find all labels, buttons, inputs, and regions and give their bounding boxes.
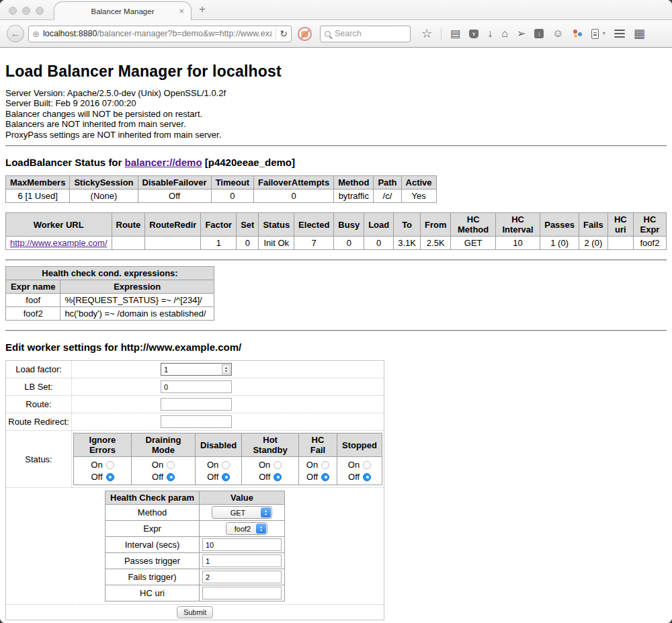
- divider: [5, 330, 667, 331]
- route-redirect-input[interactable]: [161, 415, 232, 428]
- minimize-window-button[interactable]: [22, 7, 30, 15]
- td-cell: Init Ok: [259, 237, 294, 250]
- heading-prefix: LoadBalancer Status for: [5, 157, 125, 168]
- form-row: Route:: [6, 396, 384, 413]
- url-domain: localhost:8880: [43, 29, 97, 38]
- worker-url-link[interactable]: http://www.example.com/: [10, 238, 108, 248]
- load-factor-stepper: ▲▼: [161, 363, 232, 376]
- th-cell: Fails: [579, 213, 608, 237]
- adblock-icon[interactable]: [298, 27, 312, 41]
- zoom-window-button[interactable]: [36, 7, 44, 15]
- header-row: MaxMembers StickySession DisableFailover…: [6, 176, 437, 190]
- ignore-errors-on-radio[interactable]: [106, 461, 114, 469]
- stopped-off-radio[interactable]: [363, 473, 371, 481]
- route-input[interactable]: [161, 398, 232, 411]
- ignore-errors-off-radio[interactable]: [106, 473, 114, 481]
- url-bar[interactable]: ⊕ localhost:8880/balancer-manager?b=demo…: [28, 26, 292, 42]
- back-button[interactable]: ←: [7, 25, 24, 42]
- th-cell: Value: [200, 491, 285, 505]
- draining-mode-off-radio[interactable]: [167, 473, 175, 481]
- td-cell: 1: [201, 237, 237, 250]
- draining-mode-on-radio[interactable]: [167, 461, 175, 469]
- tab-close-icon[interactable]: ×: [179, 6, 184, 16]
- pocket-icon[interactable]: ∨: [469, 30, 478, 38]
- td-cell: 2.5K: [420, 237, 451, 250]
- site-identity-icon[interactable]: ⊕: [32, 29, 40, 39]
- form-row: Health Check param Value Method GET▲▼ Ex…: [6, 488, 384, 605]
- clipboard-icon[interactable]: ▤: [450, 28, 460, 39]
- page-content: Load Balancer Manager for localhost Serv…: [0, 48, 672, 623]
- chevron-down-icon[interactable]: ▾: [603, 28, 605, 39]
- server-version-line: Server Version: Apache/2.5.0-dev (Unix) …: [5, 88, 667, 98]
- sidebar-panel-icon[interactable]: [591, 29, 599, 39]
- disabled-on-radio[interactable]: [222, 461, 230, 469]
- inherit-note-line: Balancers are NOT inherited from main se…: [5, 119, 667, 129]
- hot-standby-off-radio[interactable]: [274, 473, 282, 481]
- status-cell-ignore-errors: OnOff: [74, 457, 132, 485]
- hot-standby-on-radio[interactable]: [274, 461, 282, 469]
- page-thumbnail-icon[interactable]: ▦: [634, 28, 645, 39]
- number-spinner-icon[interactable]: ▲▼: [222, 364, 230, 374]
- home-icon[interactable]: ⌂: [501, 28, 508, 39]
- new-tab-button[interactable]: +: [199, 3, 206, 16]
- title-row: Health check cond. expressions:: [6, 267, 214, 280]
- lb-set-input[interactable]: [161, 380, 232, 393]
- stopped-on-radio[interactable]: [363, 461, 371, 469]
- hc-uri-input[interactable]: [202, 587, 282, 599]
- method-select[interactable]: GET▲▼: [212, 506, 272, 519]
- th-cell: RouteRedir: [145, 213, 201, 237]
- browser-window: Balancer Manager × + ← ⊕ localhost:8880/…: [0, 0, 672, 623]
- fails-input[interactable]: [202, 571, 282, 583]
- header-row: Expr name Expression: [6, 280, 214, 294]
- th-cell: From: [420, 213, 451, 237]
- chat-smiley-icon[interactable]: ☺: [552, 28, 563, 39]
- on-label: On: [207, 460, 218, 470]
- interval-input[interactable]: [202, 538, 282, 551]
- search-input[interactable]: Search: [335, 29, 362, 38]
- menu-icon[interactable]: [614, 30, 625, 38]
- status-cell-disabled: OnOff: [196, 457, 242, 485]
- disabled-off-radio[interactable]: [222, 473, 230, 481]
- expr-name-cell: foof: [6, 294, 60, 307]
- url-input[interactable]: localhost:8880/balancer-manager?b=demo&w…: [43, 29, 272, 38]
- td-cell: 10: [495, 237, 540, 250]
- passes-input[interactable]: [202, 554, 282, 567]
- on-label: On: [152, 460, 163, 470]
- send-tab-icon[interactable]: ➢: [517, 28, 526, 39]
- submit-button[interactable]: Submit: [177, 606, 213, 618]
- form-cell: [72, 413, 384, 431]
- form-cell: [200, 537, 285, 553]
- hc-fail-off-radio[interactable]: [321, 473, 329, 481]
- bookmark-star-icon[interactable]: ☆: [421, 28, 432, 39]
- th-cell: Expression: [60, 280, 214, 294]
- th-cell: Ignore Errors: [74, 433, 132, 457]
- search-bar[interactable]: Search: [320, 26, 411, 42]
- form-row: Load factor: ▲▼: [6, 361, 384, 378]
- table-row: foof2 hc('body') =~ /domain is establish…: [6, 307, 214, 321]
- reload-icon[interactable]: ↻: [280, 28, 288, 39]
- form-row: Fails trigger): [106, 569, 285, 585]
- balancer-demo-link[interactable]: balancer://demo: [125, 157, 202, 168]
- hc-fail-on-radio[interactable]: [321, 461, 329, 469]
- form-cell: Health Check param Value Method GET▲▼ Ex…: [6, 488, 384, 605]
- colors-extension-icon[interactable]: [573, 29, 583, 39]
- form-row: Interval (secs): [106, 537, 285, 553]
- th-cell: Worker URL: [6, 213, 112, 237]
- route-label: Route:: [6, 396, 72, 413]
- header-row: Health Check param Value: [106, 491, 285, 505]
- close-window-button[interactable]: [9, 7, 17, 15]
- td-cell: Off: [138, 190, 211, 203]
- th-cell: FailoverAttempts: [253, 176, 333, 190]
- tab-title: Balancer Manager: [91, 7, 155, 15]
- th-cell: Status: [259, 213, 294, 237]
- tab-balancer-manager[interactable]: Balancer Manager ×: [54, 1, 192, 20]
- health-check-table: Health Check param Value Method GET▲▼ Ex…: [105, 491, 285, 601]
- td-cell: [145, 237, 201, 250]
- status-label: Status:: [6, 431, 72, 488]
- form-cell: GET▲▼: [200, 505, 285, 521]
- downloads-icon[interactable]: ↓: [487, 28, 493, 39]
- form-row: Submit: [6, 605, 384, 620]
- th-cell: Load: [364, 213, 394, 237]
- panel-download-icon[interactable]: ↓: [534, 29, 544, 38]
- expr-select[interactable]: foof2▲▼: [226, 522, 267, 535]
